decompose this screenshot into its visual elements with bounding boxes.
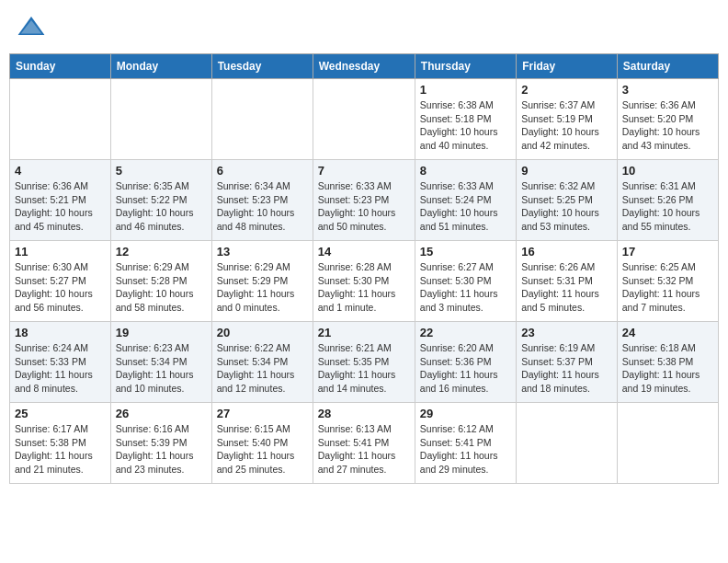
calendar-cell: 13Sunrise: 6:29 AM Sunset: 5:29 PM Dayli…: [211, 241, 313, 322]
calendar-cell: 26Sunrise: 6:16 AM Sunset: 5:39 PM Dayli…: [110, 403, 211, 484]
dow-header: Friday: [517, 54, 618, 79]
calendar-cell: [617, 403, 718, 484]
calendar-cell: 5Sunrise: 6:35 AM Sunset: 5:22 PM Daylig…: [110, 160, 211, 241]
day-number: 28: [318, 407, 410, 420]
calendar-cell: 24Sunrise: 6:18 AM Sunset: 5:38 PM Dayli…: [617, 322, 718, 403]
calendar-cell: 28Sunrise: 6:13 AM Sunset: 5:41 PM Dayli…: [313, 403, 415, 484]
day-number: 2: [521, 83, 612, 97]
calendar-cell: 20Sunrise: 6:22 AM Sunset: 5:34 PM Dayli…: [211, 322, 313, 403]
calendar-cell: 18Sunrise: 6:24 AM Sunset: 5:33 PM Dayli…: [10, 322, 111, 403]
day-number: 9: [521, 164, 612, 178]
day-number: 19: [116, 326, 207, 339]
calendar-cell: 6Sunrise: 6:34 AM Sunset: 5:23 PM Daylig…: [211, 160, 313, 241]
calendar: SundayMondayTuesdayWednesdayThursdayFrid…: [9, 53, 719, 484]
calendar-cell: 2Sunrise: 6:37 AM Sunset: 5:19 PM Daylig…: [517, 79, 618, 160]
page-header: [9, 9, 719, 46]
day-info: Sunrise: 6:36 AM Sunset: 5:21 PM Dayligh…: [15, 179, 106, 234]
calendar-cell: 11Sunrise: 6:30 AM Sunset: 5:27 PM Dayli…: [10, 241, 111, 322]
day-info: Sunrise: 6:25 AM Sunset: 5:32 PM Dayligh…: [622, 260, 713, 315]
calendar-cell: [313, 79, 415, 160]
day-info: Sunrise: 6:16 AM Sunset: 5:39 PM Dayligh…: [116, 422, 207, 477]
day-number: 1: [420, 83, 511, 97]
day-number: 21: [318, 326, 410, 339]
calendar-week-row: 1Sunrise: 6:38 AM Sunset: 5:18 PM Daylig…: [10, 79, 719, 160]
calendar-week-row: 18Sunrise: 6:24 AM Sunset: 5:33 PM Dayli…: [10, 322, 719, 403]
calendar-cell: 9Sunrise: 6:32 AM Sunset: 5:25 PM Daylig…: [517, 160, 618, 241]
day-number: 20: [217, 326, 308, 339]
day-number: 4: [15, 164, 106, 178]
day-number: 24: [622, 326, 713, 339]
calendar-cell: 7Sunrise: 6:33 AM Sunset: 5:23 PM Daylig…: [313, 160, 415, 241]
dow-header: Thursday: [415, 54, 516, 79]
day-number: 12: [116, 245, 207, 259]
day-number: 26: [116, 407, 207, 420]
calendar-week-row: 11Sunrise: 6:30 AM Sunset: 5:27 PM Dayli…: [10, 241, 719, 322]
calendar-cell: 29Sunrise: 6:12 AM Sunset: 5:41 PM Dayli…: [415, 403, 516, 484]
calendar-cell: 10Sunrise: 6:31 AM Sunset: 5:26 PM Dayli…: [617, 160, 718, 241]
day-number: 7: [318, 164, 410, 178]
dow-header: Saturday: [617, 54, 718, 79]
dow-header: Sunday: [10, 54, 111, 79]
calendar-cell: [10, 79, 111, 160]
day-number: 16: [521, 245, 612, 259]
day-info: Sunrise: 6:17 AM Sunset: 5:38 PM Dayligh…: [15, 422, 106, 477]
day-number: 22: [420, 326, 511, 339]
day-number: 14: [318, 245, 410, 259]
day-info: Sunrise: 6:29 AM Sunset: 5:28 PM Dayligh…: [116, 260, 207, 315]
day-number: 17: [622, 245, 713, 259]
day-info: Sunrise: 6:26 AM Sunset: 5:31 PM Dayligh…: [521, 260, 612, 315]
dow-header: Tuesday: [211, 54, 313, 79]
calendar-cell: [110, 79, 211, 160]
day-info: Sunrise: 6:35 AM Sunset: 5:22 PM Dayligh…: [116, 179, 207, 234]
calendar-cell: 3Sunrise: 6:36 AM Sunset: 5:20 PM Daylig…: [617, 79, 718, 160]
day-info: Sunrise: 6:30 AM Sunset: 5:27 PM Dayligh…: [15, 260, 106, 315]
calendar-cell: 22Sunrise: 6:20 AM Sunset: 5:36 PM Dayli…: [415, 322, 516, 403]
day-info: Sunrise: 6:36 AM Sunset: 5:20 PM Dayligh…: [622, 98, 713, 153]
day-number: 18: [15, 326, 106, 339]
day-info: Sunrise: 6:33 AM Sunset: 5:24 PM Dayligh…: [420, 179, 511, 234]
calendar-cell: 19Sunrise: 6:23 AM Sunset: 5:34 PM Dayli…: [110, 322, 211, 403]
calendar-cell: 23Sunrise: 6:19 AM Sunset: 5:37 PM Dayli…: [517, 322, 618, 403]
day-number: 10: [622, 164, 713, 178]
day-info: Sunrise: 6:21 AM Sunset: 5:35 PM Dayligh…: [318, 341, 410, 396]
day-info: Sunrise: 6:34 AM Sunset: 5:23 PM Dayligh…: [217, 179, 308, 234]
day-info: Sunrise: 6:29 AM Sunset: 5:29 PM Dayligh…: [217, 260, 308, 315]
day-info: Sunrise: 6:33 AM Sunset: 5:23 PM Dayligh…: [318, 179, 410, 234]
day-number: 8: [420, 164, 511, 178]
day-info: Sunrise: 6:31 AM Sunset: 5:26 PM Dayligh…: [622, 179, 713, 234]
dow-header: Wednesday: [313, 54, 415, 79]
calendar-cell: [517, 403, 618, 484]
day-number: 5: [116, 164, 207, 178]
day-number: 27: [217, 407, 308, 420]
day-number: 23: [521, 326, 612, 339]
calendar-cell: 17Sunrise: 6:25 AM Sunset: 5:32 PM Dayli…: [617, 241, 718, 322]
day-number: 29: [420, 407, 511, 420]
calendar-cell: 4Sunrise: 6:36 AM Sunset: 5:21 PM Daylig…: [10, 160, 111, 241]
calendar-cell: 8Sunrise: 6:33 AM Sunset: 5:24 PM Daylig…: [415, 160, 516, 241]
day-info: Sunrise: 6:18 AM Sunset: 5:38 PM Dayligh…: [622, 341, 713, 396]
dow-header: Monday: [110, 54, 211, 79]
day-number: 25: [15, 407, 106, 420]
day-info: Sunrise: 6:19 AM Sunset: 5:37 PM Dayligh…: [521, 341, 612, 396]
calendar-cell: 16Sunrise: 6:26 AM Sunset: 5:31 PM Dayli…: [517, 241, 618, 322]
day-number: 13: [217, 245, 308, 259]
logo: [17, 13, 50, 42]
day-info: Sunrise: 6:20 AM Sunset: 5:36 PM Dayligh…: [420, 341, 511, 396]
day-info: Sunrise: 6:23 AM Sunset: 5:34 PM Dayligh…: [116, 341, 207, 396]
day-info: Sunrise: 6:27 AM Sunset: 5:30 PM Dayligh…: [420, 260, 511, 315]
calendar-cell: 1Sunrise: 6:38 AM Sunset: 5:18 PM Daylig…: [415, 79, 516, 160]
calendar-cell: 27Sunrise: 6:15 AM Sunset: 5:40 PM Dayli…: [211, 403, 313, 484]
logo-icon: [17, 13, 46, 42]
day-info: Sunrise: 6:12 AM Sunset: 5:41 PM Dayligh…: [420, 422, 511, 477]
calendar-body: 1Sunrise: 6:38 AM Sunset: 5:18 PM Daylig…: [10, 79, 719, 484]
calendar-week-row: 4Sunrise: 6:36 AM Sunset: 5:21 PM Daylig…: [10, 160, 719, 241]
day-info: Sunrise: 6:32 AM Sunset: 5:25 PM Dayligh…: [521, 179, 612, 234]
calendar-week-row: 25Sunrise: 6:17 AM Sunset: 5:38 PM Dayli…: [10, 403, 719, 484]
day-info: Sunrise: 6:37 AM Sunset: 5:19 PM Dayligh…: [521, 98, 612, 153]
day-number: 3: [622, 83, 713, 97]
day-info: Sunrise: 6:13 AM Sunset: 5:41 PM Dayligh…: [318, 422, 410, 477]
day-info: Sunrise: 6:38 AM Sunset: 5:18 PM Dayligh…: [420, 98, 511, 153]
calendar-cell: 25Sunrise: 6:17 AM Sunset: 5:38 PM Dayli…: [10, 403, 111, 484]
day-info: Sunrise: 6:24 AM Sunset: 5:33 PM Dayligh…: [15, 341, 106, 396]
calendar-cell: 14Sunrise: 6:28 AM Sunset: 5:30 PM Dayli…: [313, 241, 415, 322]
